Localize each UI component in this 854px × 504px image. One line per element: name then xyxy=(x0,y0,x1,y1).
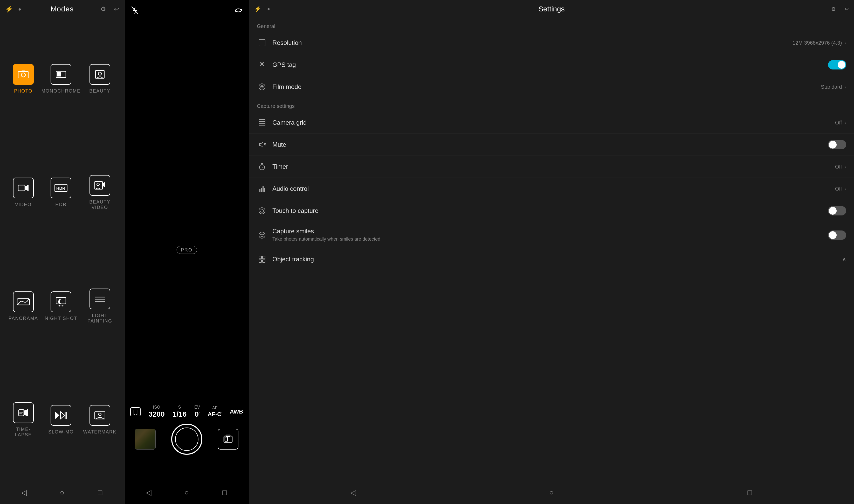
ev-setting[interactable]: EV 0 · xyxy=(194,405,200,418)
beauty-label: BEAUTY xyxy=(89,88,110,94)
grid-text: Camera grid xyxy=(273,119,835,126)
shutter-setting[interactable]: S 1/16 xyxy=(173,405,187,418)
light-icon-box xyxy=(89,289,110,309)
flash-icon[interactable]: ⚡ xyxy=(5,5,13,13)
svg-rect-43 xyxy=(259,120,265,126)
svg-rect-68 xyxy=(263,260,265,263)
camera-settings-row: [ ] ISO 3200 S 1/16 EV 0 · AF xyxy=(130,405,243,418)
flash-off-icon[interactable] xyxy=(130,5,140,16)
right-bottom-nav: ◁ ○ □ xyxy=(249,481,854,504)
touch-capture-label: Touch to capture xyxy=(273,207,318,214)
viewfinder: PRO [ ] ISO 3200 S 1/16 EV 0 · xyxy=(124,0,249,481)
home-button-left[interactable]: ○ xyxy=(54,485,70,500)
touch-capture-toggle[interactable] xyxy=(828,206,846,215)
gps-toggle[interactable] xyxy=(828,60,846,70)
mode-beauty[interactable]: BEAUTY xyxy=(83,23,117,134)
section-general: General xyxy=(249,18,854,32)
settings-camera-grid[interactable]: Camera grid Off › xyxy=(249,112,854,134)
awb-value: AWB xyxy=(230,408,243,415)
mode-photo[interactable]: PHOTO xyxy=(8,23,39,134)
camera-top-icons xyxy=(130,5,244,16)
settings-panel: ⚡ ● Settings ⚙ ↩ General Resolution 12M … xyxy=(249,0,854,504)
beauty-video-icon-box xyxy=(89,175,110,196)
modes-header: ⚡ ● Modes ⚙ ↩ xyxy=(0,0,124,18)
flash-icon-right[interactable]: ⚡ xyxy=(254,6,261,13)
gps-svg xyxy=(259,61,265,69)
film-arrow: › xyxy=(844,84,846,90)
svg-text:HDR: HDR xyxy=(56,186,65,191)
film-svg: FE xyxy=(258,83,266,90)
mute-toggle[interactable] xyxy=(828,140,846,149)
mode-watermark[interactable]: WATERMARK xyxy=(83,364,117,476)
settings-mute[interactable]: Mute xyxy=(249,134,854,156)
settings-touch-capture[interactable]: Touch to capture xyxy=(249,200,854,222)
svg-rect-4 xyxy=(57,72,61,76)
awb-setting[interactable]: AWB xyxy=(230,408,243,415)
timer-text: Timer xyxy=(273,163,835,170)
shutter-button[interactable] xyxy=(171,424,202,455)
svg-rect-2 xyxy=(21,71,25,72)
capture-smiles-toggle[interactable] xyxy=(828,231,846,240)
recent-button-mid[interactable]: □ xyxy=(217,485,232,500)
settings-icon-left[interactable]: ⚙ xyxy=(100,5,106,13)
settings-film-mode[interactable]: FE Film mode Standard › xyxy=(249,76,854,98)
settings-object-tracking[interactable]: Object tracking ∧ xyxy=(249,248,854,270)
thumbnail[interactable] xyxy=(135,429,156,450)
timelapse-icon-box xyxy=(13,402,34,423)
mode-slow-mo[interactable]: SLOW-MO xyxy=(41,364,81,476)
flip-icon-left[interactable]: ↩ xyxy=(114,5,119,13)
mode-video[interactable]: VIDEO xyxy=(8,137,39,248)
thumbnail-image xyxy=(135,429,155,449)
af-setting[interactable]: AF AF-C · xyxy=(208,406,222,418)
bracket-icon[interactable]: [ ] xyxy=(130,407,141,416)
settings-list: General Resolution 12M 3968x2976 (4:3) › xyxy=(249,18,854,481)
slowmo-icon-box xyxy=(51,405,71,426)
flip-camera-icon[interactable] xyxy=(233,5,244,16)
tracking-svg xyxy=(258,256,266,263)
camera-flip-button[interactable] xyxy=(217,429,239,450)
mode-light-painting[interactable]: LIGHT PAINTING xyxy=(83,251,117,362)
recent-button-left[interactable]: □ xyxy=(92,485,108,500)
pro-badge: PRO xyxy=(176,246,197,254)
smile-icon[interactable]: ● xyxy=(18,6,21,12)
modes-title: Modes xyxy=(51,5,74,13)
settings-gps[interactable]: GPS tag xyxy=(249,54,854,76)
capture-smiles-label: Capture smiles xyxy=(273,228,314,235)
home-button-right[interactable]: ○ xyxy=(544,485,559,500)
back-button-left[interactable]: ◁ xyxy=(16,485,32,500)
watermark-icon-box xyxy=(89,405,110,426)
back-button-right[interactable]: ◁ xyxy=(346,485,361,500)
home-button-mid[interactable]: ○ xyxy=(179,485,194,500)
iso-setting[interactable]: ISO 3200 xyxy=(149,405,164,418)
svg-text:FE: FE xyxy=(260,86,264,88)
mute-toggle-knob xyxy=(829,141,837,148)
svg-rect-56 xyxy=(259,189,260,192)
mode-beauty-video[interactable]: BEAUTY VIDEO xyxy=(83,137,117,248)
night-icon-box xyxy=(51,291,71,312)
settings-capture-smiles[interactable]: Capture smiles Take photos automatically… xyxy=(249,222,854,248)
video-icon-box xyxy=(13,178,34,198)
mode-time-lapse[interactable]: TIME-LAPSE xyxy=(8,364,39,476)
settings-resolution[interactable]: Resolution 12M 3968x2976 (4:3) › xyxy=(249,32,854,54)
mute-icon xyxy=(257,140,267,150)
mode-night-shot[interactable]: NIGHT SHOT xyxy=(41,251,81,362)
mode-panorama[interactable]: PANORAMA xyxy=(8,251,39,362)
timelapse-label: TIME-LAPSE xyxy=(8,427,39,438)
timelapse-icon xyxy=(18,408,29,418)
svg-rect-66 xyxy=(263,256,265,259)
panorama-icon xyxy=(17,298,30,306)
svg-point-61 xyxy=(260,209,264,212)
back-button-mid[interactable]: ◁ xyxy=(141,485,156,500)
audio-control-label: Audio control xyxy=(273,185,309,192)
flip-icon-right[interactable]: ↩ xyxy=(844,6,849,12)
mode-hdr[interactable]: HDR HDR xyxy=(41,137,81,248)
settings-gear-icon[interactable]: ⚙ xyxy=(831,6,836,12)
recent-button-right[interactable]: □ xyxy=(742,485,757,500)
settings-timer[interactable]: Timer Off › xyxy=(249,156,854,178)
smile-icon-right[interactable]: ● xyxy=(267,6,270,12)
settings-title: Settings xyxy=(538,5,564,13)
flash-off-svg xyxy=(132,6,138,14)
settings-audio-control[interactable]: Audio control Off › xyxy=(249,178,854,200)
gps-toggle-knob xyxy=(838,61,846,69)
mode-monochrome[interactable]: MONOCHROME xyxy=(41,23,81,134)
